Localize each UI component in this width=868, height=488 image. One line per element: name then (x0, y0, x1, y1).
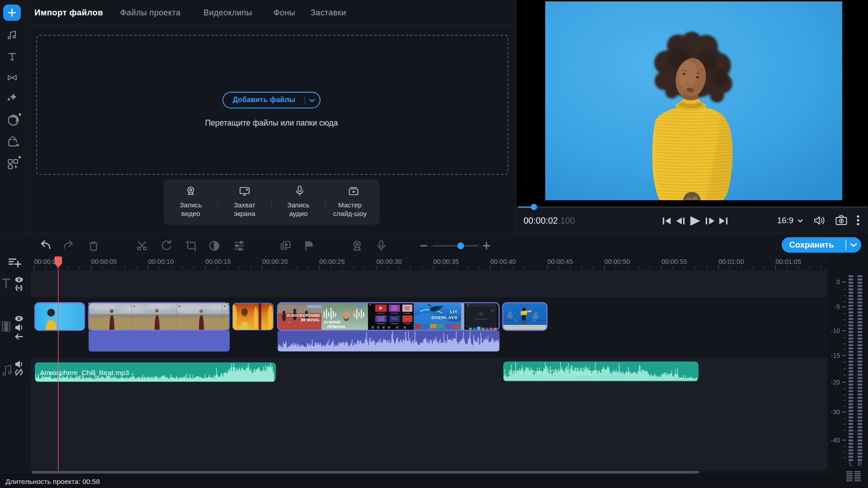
svg-text:00:01:00: 00:01:00 (718, 258, 744, 265)
svg-text:00:00:05: 00:00:05 (91, 258, 117, 265)
svg-text:00:01:05: 00:01:05 (776, 258, 801, 265)
svg-text:00:00:30: 00:00:30 (376, 258, 401, 265)
svg-text:R: R (858, 460, 862, 467)
svg-text:00:00:40: 00:00:40 (491, 258, 516, 265)
svg-text:OVERLAYS: OVERLAYS (431, 315, 458, 320)
svg-text:-20: -20 (831, 379, 840, 386)
svg-text:REMOVAL: REMOVAL (301, 318, 320, 322)
svg-text:Сохранить: Сохранить (789, 240, 834, 249)
svg-text:00:00:25: 00:00:25 (319, 258, 344, 265)
svg-text:AI NOISE: AI NOISE (324, 320, 341, 324)
svg-text:0: 0 (836, 278, 840, 286)
svg-text:REMOVAL: REMOVAL (327, 324, 346, 329)
svg-text:00:00:10: 00:00:10 (148, 258, 174, 265)
svg-text:L: L (849, 460, 852, 467)
svg-text:00:00:45: 00:00:45 (547, 258, 573, 265)
svg-text:LIT: LIT (450, 309, 458, 314)
svg-text:00:00:35: 00:00:35 (434, 258, 459, 265)
svg-text:00:00:50: 00:00:50 (604, 258, 630, 265)
svg-text:-5: -5 (835, 303, 840, 310)
svg-text:00:00:15: 00:00:15 (205, 258, 231, 265)
svg-text:AI BACKGROUND: AI BACKGROUND (287, 313, 320, 318)
svg-text:-15: -15 (831, 352, 840, 359)
svg-text:-40: -40 (831, 436, 840, 444)
svg-text:00:00:55: 00:00:55 (661, 258, 687, 265)
svg-text:00:00:20: 00:00:20 (262, 258, 288, 265)
svg-text:Длительность проекта: 00:58: Длительность проекта: 00:58 (5, 478, 100, 485)
svg-text:OLER: OLER (356, 305, 365, 308)
svg-text:-30: -30 (831, 408, 840, 416)
svg-text:-10: -10 (831, 327, 840, 334)
svg-text:Atmosphere_Chill_Beat.mp3: Atmosphere_Chill_Beat.mp3 (40, 369, 129, 376)
